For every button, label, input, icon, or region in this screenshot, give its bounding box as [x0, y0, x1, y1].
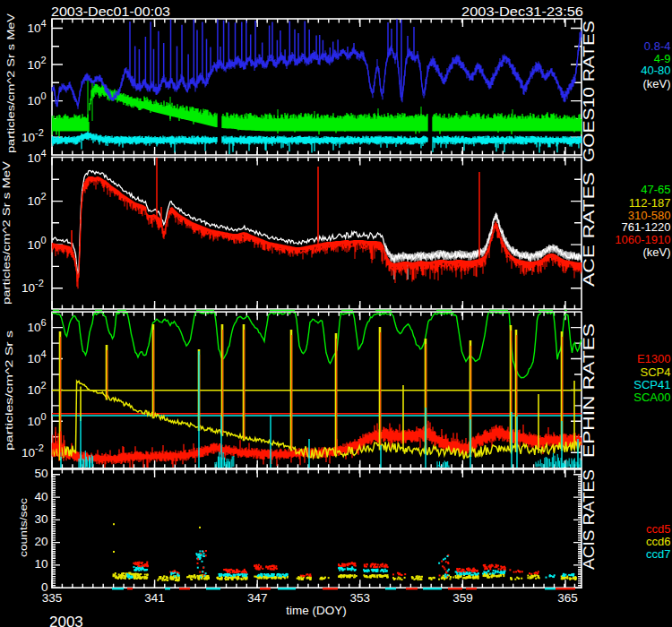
svg-text:112-187: 112-187 — [629, 196, 671, 210]
svg-text:4: 4 — [41, 148, 47, 159]
svg-text:10: 10 — [28, 21, 41, 35]
svg-text:SCA00: SCA00 — [633, 391, 670, 404]
svg-text:10: 10 — [28, 94, 41, 107]
svg-text:6: 6 — [41, 317, 47, 328]
svg-text:40: 40 — [34, 490, 47, 503]
svg-text:347: 347 — [247, 591, 268, 605]
svg-text:50: 50 — [34, 467, 47, 480]
svg-text:353: 353 — [350, 591, 371, 605]
svg-text:4: 4 — [41, 18, 47, 29]
svg-text:341: 341 — [144, 591, 165, 605]
svg-text:particles/cm^2 Sr s MeV: particles/cm^2 Sr s MeV — [5, 13, 16, 153]
svg-text:EPHIN RATES: EPHIN RATES — [581, 323, 597, 458]
svg-text:-2: -2 — [35, 278, 44, 288]
svg-text:(keV): (keV) — [642, 77, 670, 90]
svg-text:335: 335 — [42, 591, 63, 605]
svg-text:(keV): (keV) — [642, 245, 670, 259]
svg-text:ccd6: ccd6 — [646, 535, 670, 548]
svg-text:particles/cm^2 Sr s: particles/cm^2 Sr s — [4, 331, 14, 451]
svg-text:E1300: E1300 — [637, 352, 671, 365]
svg-text:particles/cm^2 Sr s MeV: particles/cm^2 Sr s MeV — [1, 161, 12, 305]
svg-text:time (DOY): time (DOY) — [286, 604, 347, 617]
svg-text:counts/sec: counts/sec — [18, 498, 29, 557]
svg-text:0: 0 — [41, 411, 47, 422]
svg-text:10: 10 — [34, 557, 47, 571]
svg-text:20: 20 — [34, 535, 47, 548]
svg-text:SCP41: SCP41 — [633, 378, 670, 391]
svg-text:47-65: 47-65 — [641, 183, 670, 196]
svg-text:2: 2 — [41, 191, 47, 202]
svg-text:GOES10 RATES: GOES10 RATES — [581, 21, 597, 162]
svg-text:0: 0 — [41, 90, 47, 101]
svg-text:0: 0 — [41, 235, 47, 245]
svg-text:10: 10 — [28, 151, 41, 165]
svg-text:ACE RATES: ACE RATES — [581, 172, 597, 287]
svg-text:359: 359 — [452, 591, 473, 605]
svg-text:10: 10 — [28, 194, 41, 208]
svg-text:SCP4: SCP4 — [641, 365, 671, 379]
svg-text:10: 10 — [22, 446, 35, 460]
svg-text:ACIS RATES: ACIS RATES — [581, 469, 597, 570]
svg-text:2003-Dec01-00:03: 2003-Dec01-00:03 — [51, 4, 170, 19]
svg-text:365: 365 — [557, 591, 578, 605]
svg-text:2: 2 — [41, 380, 47, 391]
svg-text:-2: -2 — [35, 442, 44, 453]
svg-text:2003: 2003 — [49, 614, 83, 627]
svg-text:-2: -2 — [35, 127, 44, 138]
svg-text:2003-Dec31-23:56: 2003-Dec31-23:56 — [461, 4, 583, 19]
svg-text:10: 10 — [28, 58, 41, 72]
svg-text:10: 10 — [28, 352, 41, 365]
svg-text:10: 10 — [22, 131, 35, 144]
svg-text:10: 10 — [28, 383, 41, 397]
svg-text:ccd7: ccd7 — [646, 547, 670, 561]
svg-text:10: 10 — [28, 415, 41, 428]
svg-text:10: 10 — [28, 321, 41, 334]
svg-text:4: 4 — [41, 348, 47, 359]
svg-text:ccd5: ccd5 — [646, 522, 670, 536]
svg-text:2: 2 — [41, 55, 47, 65]
svg-text:10: 10 — [22, 281, 35, 295]
svg-text:40-80: 40-80 — [641, 64, 670, 77]
svg-text:30: 30 — [34, 512, 47, 526]
svg-text:0.8-4: 0.8-4 — [644, 39, 671, 53]
svg-text:10: 10 — [28, 238, 41, 252]
svg-text:310-580: 310-580 — [628, 209, 671, 222]
